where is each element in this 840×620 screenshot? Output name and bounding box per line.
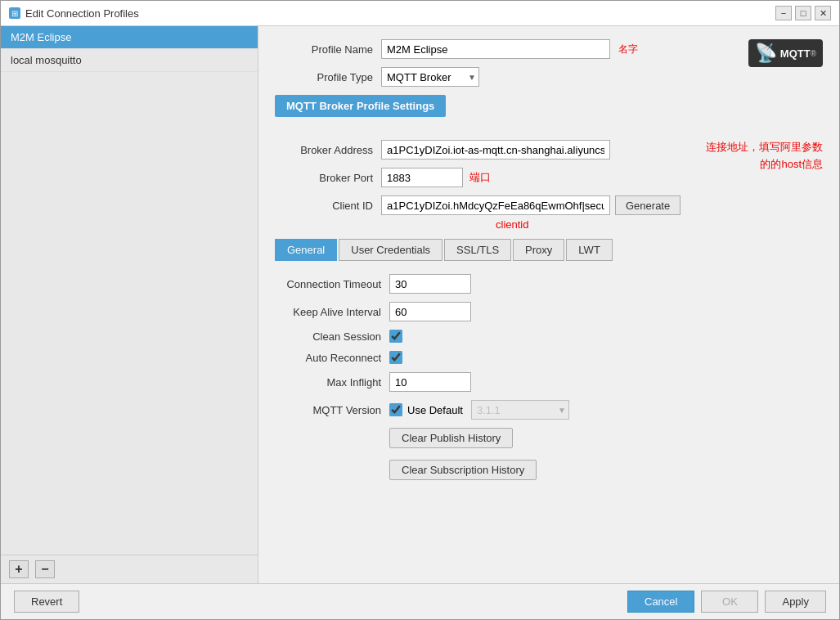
broker-address-label: Broker Address [275, 144, 381, 156]
tab-ssl-tls[interactable]: SSL/TLS [444, 239, 511, 261]
minimize-button[interactable]: − [775, 6, 792, 20]
version-select[interactable]: 3.1.1 [471, 400, 569, 420]
clear-subscription-button[interactable]: Clear Subscription History [389, 460, 537, 480]
profile-type-row: Profile Type MQTT Broker ▼ [275, 67, 823, 87]
sidebar-footer: + − [1, 555, 258, 583]
profile-type-select[interactable]: MQTT Broker [381, 67, 479, 87]
clean-session-row: Clean Session [283, 330, 823, 343]
generate-button[interactable]: Generate [615, 195, 681, 215]
cancel-button[interactable]: Cancel [627, 591, 694, 613]
max-inflight-label: Max Inflight [283, 376, 389, 389]
profile-name-row: Profile Name 名字 [275, 39, 823, 59]
client-id-label: Client ID [275, 200, 381, 212]
broker-port-label: Broker Port [275, 172, 381, 184]
mqtt-logo-area: 📡 MQTT ® [748, 39, 823, 67]
clientid-annotation: clientid [496, 218, 823, 231]
window-icon [9, 7, 20, 19]
sidebar-item-mosquitto[interactable]: local mosquitto [1, 49, 258, 72]
profile-type-select-wrapper: MQTT Broker ▼ [381, 67, 479, 87]
tab-general[interactable]: General [275, 239, 337, 261]
auto-reconnect-row: Auto Reconnect [283, 351, 823, 364]
close-button[interactable]: ✕ [815, 6, 831, 20]
keep-alive-label: Keep Alive Interval [283, 306, 389, 318]
connection-timeout-row: Connection Timeout [283, 274, 823, 294]
general-form: Connection Timeout Keep Alive Interval C… [283, 274, 823, 487]
tab-lwt[interactable]: LWT [566, 239, 612, 261]
antenna-icon: 📡 [755, 43, 777, 64]
clear-publish-button[interactable]: Clear Publish History [389, 428, 513, 448]
main-window: Edit Connection Profiles − □ ✕ M2M Eclip… [0, 0, 840, 620]
broker-port-input[interactable] [381, 168, 463, 187]
mqtt-version-label: MQTT Version [283, 404, 389, 416]
connection-timeout-label: Connection Timeout [283, 278, 389, 290]
main-panel: 📡 MQTT ® Profile Name 名字 Profile Type MQ… [258, 26, 839, 583]
use-default-area: Use Default [389, 403, 463, 416]
tabs-row: General User Credentials SSL/TLS Proxy L… [275, 239, 823, 261]
title-bar: Edit Connection Profiles − □ ✕ [1, 1, 839, 26]
max-inflight-input[interactable] [389, 372, 471, 392]
auto-reconnect-label: Auto Reconnect [283, 352, 389, 364]
profile-name-label: Profile Name [275, 43, 381, 56]
max-inflight-row: Max Inflight [283, 372, 823, 392]
sidebar-item-m2m[interactable]: M2M Eclipse [1, 26, 258, 49]
use-default-label: Use Default [407, 404, 463, 416]
tab-user-credentials[interactable]: User Credentials [339, 239, 442, 261]
profile-name-annotation: 名字 [618, 43, 638, 56]
auto-reconnect-checkbox[interactable] [389, 351, 402, 364]
bottom-bar: Revert Cancel OK Apply [1, 583, 839, 619]
clean-session-label: Clean Session [283, 330, 389, 343]
remove-profile-button[interactable]: − [35, 560, 55, 578]
clear-publish-row: Clear Publish History [283, 428, 823, 455]
connection-timeout-input[interactable] [389, 274, 471, 294]
sidebar-list: M2M Eclipse local mosquitto [1, 26, 258, 555]
title-buttons: − □ ✕ [775, 6, 831, 20]
profile-type-label: Profile Type [275, 71, 381, 83]
tab-proxy[interactable]: Proxy [513, 239, 564, 261]
section-header: MQTT Broker Profile Settings [275, 95, 446, 117]
maximize-button[interactable]: □ [795, 6, 811, 20]
clean-session-checkbox[interactable] [389, 330, 402, 343]
broker-annotation: 连接地址，填写阿里参数 的的host信息 [706, 139, 823, 173]
port-annotation: 端口 [469, 170, 491, 185]
broker-address-input[interactable] [381, 140, 610, 159]
use-default-checkbox[interactable] [389, 403, 402, 416]
mqtt-logo: 📡 MQTT ® [748, 39, 823, 67]
profile-name-input[interactable] [381, 39, 610, 59]
apply-button[interactable]: Apply [765, 591, 826, 613]
clear-subscription-row: Clear Subscription History [283, 460, 823, 487]
version-select-wrapper: 3.1.1 ▼ [471, 400, 569, 420]
keep-alive-input[interactable] [389, 302, 471, 321]
revert-button[interactable]: Revert [14, 591, 79, 613]
client-id-input[interactable] [381, 195, 610, 215]
section-header-wrapper: MQTT Broker Profile Settings [275, 95, 823, 128]
ok-button[interactable]: OK [701, 591, 758, 613]
sidebar: M2M Eclipse local mosquitto + − [1, 26, 258, 583]
client-id-row: Client ID Generate [275, 195, 823, 215]
add-profile-button[interactable]: + [9, 560, 29, 578]
mqtt-version-row: MQTT Version Use Default 3.1.1 ▼ [283, 400, 823, 420]
content-area: M2M Eclipse local mosquitto + − 📡 MQTT ® [1, 26, 839, 583]
window-title: Edit Connection Profiles [25, 7, 139, 20]
keep-alive-row: Keep Alive Interval [283, 302, 823, 321]
